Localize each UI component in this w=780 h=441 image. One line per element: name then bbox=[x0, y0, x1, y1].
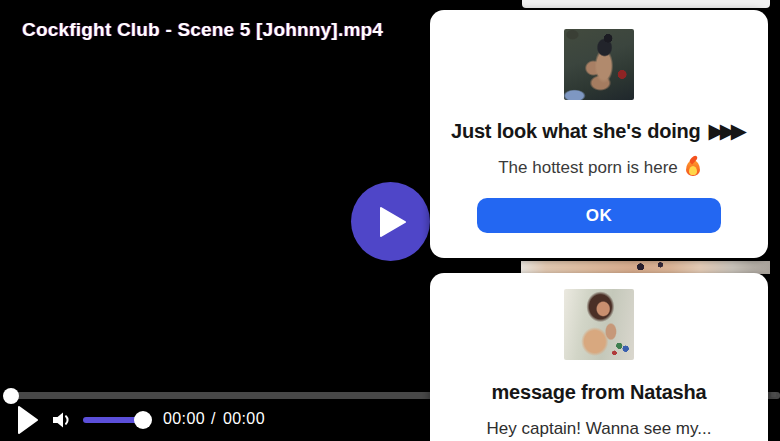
triple-play-arrows-icon: ▶▶▶ bbox=[709, 121, 747, 142]
popup-ad-card: Just look what she's doing ▶▶▶ The hotte… bbox=[430, 10, 768, 258]
ok-button[interactable]: OK bbox=[477, 198, 721, 233]
message-thumbnail-natasha[interactable] bbox=[564, 289, 634, 360]
scroll-dot bbox=[771, 392, 776, 397]
speaker-icon bbox=[50, 407, 74, 433]
play-icon bbox=[380, 207, 406, 237]
ad-heading-text: Just look what she's doing bbox=[451, 120, 701, 143]
play-button[interactable] bbox=[18, 406, 38, 434]
duration: 00:00 bbox=[223, 410, 265, 427]
background-card-edge bbox=[522, 0, 770, 8]
volume-thumb[interactable] bbox=[134, 411, 152, 429]
ad-subtext-text: The hottest porn is here bbox=[498, 158, 678, 178]
fire-icon bbox=[686, 160, 700, 176]
popup-message-card: message from Natasha Hey captain! Wanna … bbox=[430, 273, 768, 441]
time-separator: / bbox=[211, 410, 216, 427]
ad-heading: Just look what she's doing ▶▶▶ bbox=[451, 120, 747, 143]
volume-icon[interactable] bbox=[50, 407, 74, 433]
volume-slider[interactable] bbox=[83, 417, 143, 423]
message-text: Hey captain! Wanna see my... bbox=[487, 419, 712, 439]
message-heading: message from Natasha bbox=[492, 381, 707, 404]
current-time: 00:00 bbox=[163, 410, 205, 427]
big-play-button[interactable] bbox=[351, 182, 430, 261]
ad-subtext: The hottest porn is here bbox=[498, 158, 700, 178]
player-controls: 00:00/00:00 bbox=[0, 400, 430, 441]
ad-thumbnail-couple[interactable] bbox=[564, 29, 634, 100]
video-title: Cockfight Club - Scene 5 [Johnny].mp4 bbox=[22, 19, 383, 41]
play-icon bbox=[18, 406, 38, 434]
time-display: 00:00/00:00 bbox=[163, 410, 265, 428]
